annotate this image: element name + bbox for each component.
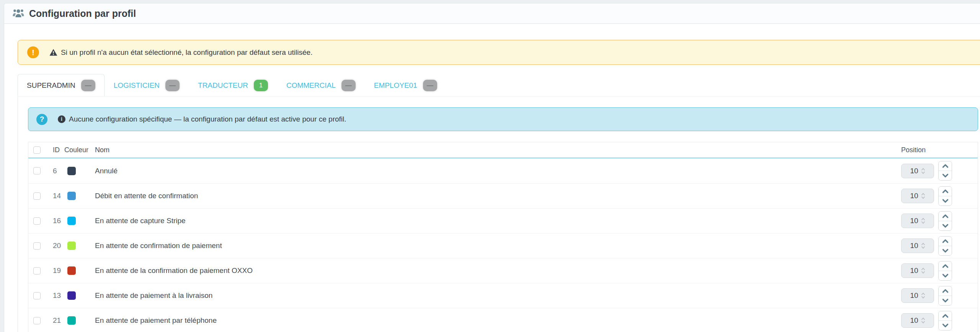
info-icon: i	[58, 115, 65, 123]
status-color-swatch	[67, 192, 76, 200]
position-up-button[interactable]	[939, 311, 952, 321]
position-down-button[interactable]	[939, 171, 952, 180]
chevron-down-icon	[942, 199, 949, 203]
chevron-up-icon	[942, 164, 949, 168]
status-id: 6	[46, 167, 64, 175]
number-spinner-icon	[921, 217, 925, 224]
chevron-up-icon	[942, 189, 949, 193]
chevron-down-icon	[942, 274, 949, 278]
warning-alert: ! Si un profil n'a aucun état sélectionn…	[18, 40, 980, 65]
status-color-swatch	[67, 167, 76, 175]
position-value: 10	[910, 217, 918, 225]
position-stepper	[938, 286, 952, 306]
position-input[interactable]: 10	[901, 164, 934, 178]
position-down-button[interactable]	[939, 221, 952, 230]
row-checkbox[interactable]	[33, 167, 41, 174]
tab-count-badge: —	[81, 80, 95, 91]
row-checkbox[interactable]	[33, 292, 41, 299]
position-stepper	[938, 236, 952, 256]
position-up-button[interactable]	[939, 187, 952, 196]
position-value: 10	[910, 316, 918, 325]
row-checkbox[interactable]	[33, 217, 41, 225]
status-id: 13	[46, 291, 64, 300]
position-down-button[interactable]	[939, 246, 952, 255]
position-value: 10	[910, 291, 918, 300]
status-name: En attente de paiement à la livraison	[94, 291, 897, 300]
status-id: 19	[46, 266, 64, 275]
number-spinner-icon	[921, 168, 925, 174]
number-spinner-icon	[921, 317, 925, 324]
help-icon: ?	[36, 114, 47, 125]
status-name: En attente de capture Stripe	[94, 217, 897, 225]
position-down-button[interactable]	[939, 296, 952, 305]
row-checkbox[interactable]	[33, 317, 41, 324]
position-down-button[interactable]	[939, 321, 952, 330]
tab-logisticien[interactable]: LOGISTICIEN —	[105, 74, 189, 96]
position-value: 10	[910, 266, 918, 275]
position-input[interactable]: 10	[901, 288, 934, 303]
column-header-id: ID	[46, 146, 64, 154]
page-title: Configuration par profil	[29, 8, 136, 19]
warning-text: Si un profil n'a aucun état sélectionné,…	[49, 48, 312, 57]
position-up-button[interactable]	[939, 261, 952, 271]
status-name: Annulé	[94, 167, 897, 175]
table-header-row: ID Couleur Nom Position	[28, 142, 978, 158]
tab-traducteur[interactable]: TRADUCTEUR 1	[189, 74, 277, 96]
table-row: 6 Annulé 10	[28, 158, 978, 183]
position-up-button[interactable]	[939, 237, 952, 246]
status-color-swatch	[67, 266, 76, 275]
chevron-down-icon	[942, 249, 949, 253]
status-name: Débit en attente de confirmation	[94, 192, 897, 200]
position-value: 10	[910, 242, 918, 250]
tab-label: COMMERCIAL	[286, 81, 336, 90]
chevron-down-icon	[942, 174, 949, 178]
tab-label: LOGISTICIEN	[114, 81, 160, 90]
column-header-name: Nom	[94, 146, 897, 154]
table-row: 19 En attente de la confirmation de paie…	[28, 258, 978, 283]
status-color-swatch	[67, 316, 76, 325]
panel-body: ! Si un profil n'a aucun état sélectionn…	[4, 24, 980, 332]
tab-superadmin[interactable]: SUPERADMIN —	[18, 74, 105, 96]
chevron-down-icon	[942, 299, 949, 302]
status-name: En attente de la confirmation de paiemen…	[94, 266, 897, 275]
position-stepper	[938, 186, 952, 206]
status-name: En attente de paiement par téléphone	[94, 316, 897, 325]
tab-label: SUPERADMIN	[27, 81, 75, 90]
position-input[interactable]: 10	[901, 189, 934, 203]
table-row: 16 En attente de capture Stripe 10	[28, 208, 978, 233]
position-input[interactable]: 10	[901, 238, 934, 253]
status-color-swatch	[67, 291, 76, 300]
chevron-up-icon	[942, 214, 949, 218]
position-value: 10	[910, 192, 918, 200]
row-checkbox[interactable]	[33, 192, 41, 200]
profile-tabs: SUPERADMIN — LOGISTICIEN — TRADUCTEUR 1 …	[18, 74, 980, 96]
position-stepper	[938, 261, 952, 281]
profile-configuration-panel: Configuration par profil ! Si un profil …	[4, 3, 980, 332]
tab-count-badge: —	[423, 80, 437, 91]
position-input[interactable]: 10	[901, 313, 934, 328]
position-up-button[interactable]	[939, 286, 952, 296]
tab-label: EMPLOYE01	[374, 81, 417, 90]
status-color-swatch	[67, 217, 76, 225]
warning-triangle-icon	[49, 49, 57, 56]
tab-commercial[interactable]: COMMERCIAL —	[277, 74, 365, 96]
position-down-button[interactable]	[939, 196, 952, 205]
position-input[interactable]: 10	[901, 214, 934, 228]
warning-exclamation-icon: !	[27, 46, 39, 58]
position-up-button[interactable]	[939, 212, 952, 221]
tab-label: TRADUCTEUR	[198, 81, 248, 90]
select-all-checkbox[interactable]	[33, 146, 41, 154]
row-checkbox[interactable]	[33, 267, 41, 274]
tab-employe01[interactable]: EMPLOYE01 —	[365, 74, 446, 96]
position-input[interactable]: 10	[901, 263, 934, 278]
tab-count-badge: 1	[254, 80, 268, 91]
status-id: 20	[46, 242, 64, 250]
position-up-button[interactable]	[939, 161, 952, 171]
position-down-button[interactable]	[939, 271, 952, 280]
number-spinner-icon	[921, 242, 925, 249]
chevron-up-icon	[942, 239, 949, 243]
table-row: 14 Débit en attente de confirmation 10	[28, 183, 978, 208]
chevron-up-icon	[942, 264, 949, 268]
column-header-color: Couleur	[64, 146, 94, 154]
row-checkbox[interactable]	[33, 242, 41, 250]
